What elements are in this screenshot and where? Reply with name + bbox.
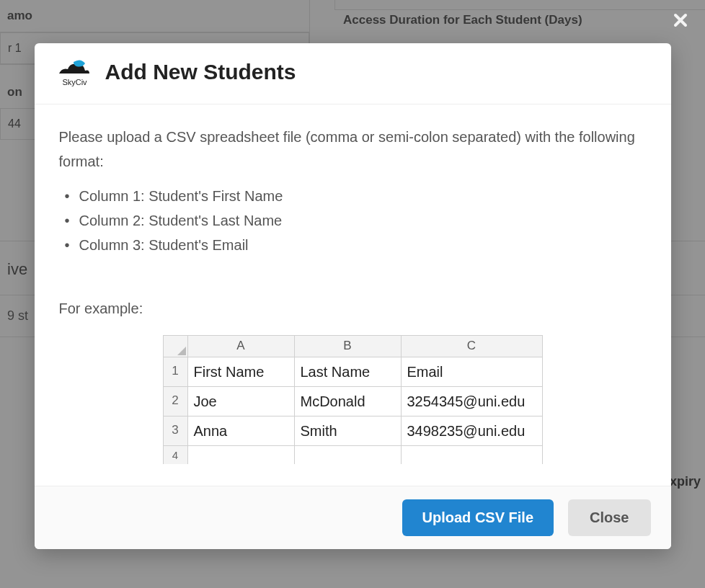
format-list: Column 1: Student's First Name Column 2:… xyxy=(59,184,647,257)
sheet-corner xyxy=(163,336,187,357)
add-students-modal: SkyCiv Add New Students Please upload a … xyxy=(35,43,671,549)
format-item-2: Column 2: Student's Last Name xyxy=(59,208,647,233)
modal-body: Please upload a CSV spreadsheet file (co… xyxy=(35,104,671,486)
upload-csv-button[interactable]: Upload CSV File xyxy=(402,499,554,536)
close-button[interactable]: Close xyxy=(568,499,650,536)
col-header-c: C xyxy=(401,336,542,357)
cell-email: 3254345@uni.edu xyxy=(401,386,542,416)
cell-email-header: Email xyxy=(401,357,542,386)
modal-overlay: SkyCiv Add New Students Please upload a … xyxy=(0,0,705,588)
col-header-a: A xyxy=(187,336,294,357)
upload-instructions: Please upload a CSV spreadsheet file (co… xyxy=(59,125,647,174)
format-item-3: Column 3: Student's Email xyxy=(59,233,647,257)
row-number: 4 xyxy=(163,445,187,464)
cell-first: Anna xyxy=(187,416,294,445)
cell-first: Joe xyxy=(187,386,294,416)
close-icon[interactable] xyxy=(673,10,688,32)
table-row: 1 First Name Last Name Email xyxy=(163,357,542,386)
cell-first-header: First Name xyxy=(187,357,294,386)
modal-footer: Upload CSV File Close xyxy=(35,486,671,549)
skyciv-logo: SkyCiv xyxy=(56,58,94,86)
modal-header: SkyCiv Add New Students xyxy=(35,43,671,104)
logo-caption: SkyCiv xyxy=(62,78,87,86)
col-header-b: B xyxy=(294,336,401,357)
row-number: 1 xyxy=(163,357,187,386)
table-row: 3 Anna Smith 3498235@uni.edu xyxy=(163,416,542,445)
cell-last: McDonald xyxy=(294,386,401,416)
cell-last: Smith xyxy=(294,416,401,445)
table-row: 4 xyxy=(163,445,542,464)
format-item-1: Column 1: Student's First Name xyxy=(59,184,647,208)
example-spreadsheet: A B C 1 First Name Last Name Email 2 Joe… xyxy=(163,335,543,464)
cell-email: 3498235@uni.edu xyxy=(401,416,542,445)
cell-last-header: Last Name xyxy=(294,357,401,386)
example-label: For example: xyxy=(59,296,647,321)
modal-title: Add New Students xyxy=(105,60,296,84)
row-number: 2 xyxy=(163,386,187,416)
table-row: 2 Joe McDonald 3254345@uni.edu xyxy=(163,386,542,416)
row-number: 3 xyxy=(163,416,187,445)
